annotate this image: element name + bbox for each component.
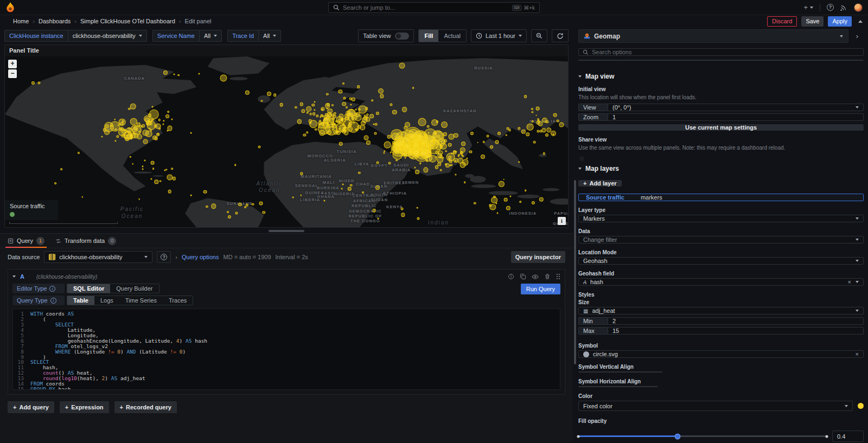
clear-icon[interactable]: × [856, 351, 859, 357]
map-canvas[interactable]: RUSSIACANADAUNITED STATESKAZAKHSTANMONGO… [5, 56, 568, 227]
actual-option[interactable]: Actual [438, 30, 466, 42]
query-type-table[interactable]: Table [67, 296, 94, 305]
map-marker [441, 145, 443, 148]
color-swatch[interactable] [858, 403, 864, 409]
map-marker [525, 190, 527, 192]
variable-value-dropdown[interactable]: All [259, 30, 281, 42]
query-type-time-series[interactable]: Time Series [119, 296, 163, 305]
hide-query-eye-icon[interactable] [532, 273, 539, 280]
section-map-view[interactable]: Map view [578, 73, 864, 80]
run-query-button[interactable]: Run Query [521, 284, 560, 294]
query-type-traces[interactable]: Traces [163, 296, 193, 305]
view-select[interactable]: (0°, 0°) [608, 104, 864, 111]
apply-button[interactable]: Apply [828, 16, 852, 27]
max-input[interactable]: 15 [608, 327, 864, 335]
table-view-switch[interactable] [395, 33, 409, 40]
section-map-layers[interactable]: Map layers [578, 165, 864, 172]
visualization-picker[interactable]: Geomap [578, 29, 848, 43]
clear-icon[interactable]: × [848, 279, 851, 285]
collapse-options-icon[interactable] [858, 20, 863, 23]
user-avatar[interactable] [854, 3, 863, 12]
opacity-slider-handle[interactable] [675, 433, 681, 439]
query-builder-option[interactable]: Query Builder [110, 284, 158, 293]
sql-editor-option[interactable]: SQL Editor [67, 284, 110, 293]
map-attribution-info-button[interactable]: i [558, 217, 566, 225]
tab-query[interactable]: Query 1 [8, 234, 44, 248]
map-marker [309, 113, 312, 115]
query-ref-id[interactable]: A [20, 273, 24, 280]
map-marker [329, 113, 332, 117]
collapse-pane-icon[interactable]: › [851, 29, 864, 43]
map-marker [292, 197, 294, 198]
duplicate-query-icon[interactable] [520, 273, 526, 280]
discard-button[interactable]: Discard [767, 16, 797, 27]
zoom-out-time-button[interactable] [531, 29, 547, 42]
scrollbar-thumb[interactable] [574, 180, 576, 364]
panel-title[interactable]: Panel Title [5, 45, 568, 56]
map-marker [211, 203, 216, 209]
size-field-select[interactable]: ▦ adj_heat [578, 307, 864, 314]
global-search-input[interactable] [343, 4, 509, 11]
map-marker [423, 150, 425, 152]
variable-value-dropdown[interactable]: clickhouse-observability [68, 30, 147, 42]
map-marker [126, 127, 132, 133]
help-icon[interactable]: ? [827, 4, 834, 11]
grafana-logo-icon[interactable] [5, 2, 15, 13]
variable-value-dropdown[interactable]: All [200, 30, 222, 42]
map-zoom-out-button[interactable]: − [8, 69, 17, 78]
map-marker [111, 125, 113, 127]
use-current-map-settings-button[interactable]: Use current map settings [578, 124, 864, 131]
breadcrumb-dashboards[interactable]: Dashboards [39, 18, 71, 24]
menu-hamburger-icon[interactable] [5, 16, 8, 26]
query-options-link[interactable]: Query options [182, 254, 219, 260]
map-marker [132, 132, 135, 135]
add-new-button[interactable]: + [803, 3, 813, 11]
tab-transform-data[interactable]: Transform data 0 [55, 234, 116, 248]
save-button[interactable]: Save [801, 16, 824, 27]
expression-button[interactable]: +Expression [60, 401, 109, 413]
symbol-valign-label: Symbol Vertical Align [578, 364, 864, 370]
zoom-input[interactable]: 1 [608, 113, 864, 121]
collapse-query-icon[interactable] [12, 275, 16, 278]
table-view-toggle[interactable]: Table view [358, 29, 414, 42]
sql-code-editor[interactable]: 1WITH coords AS2 (3 SELECT4 Latitude,5 L… [12, 309, 560, 390]
map-zoom-in-button[interactable]: + [8, 60, 17, 68]
data-select[interactable]: Change filter [578, 236, 864, 243]
map-marker [427, 125, 430, 128]
expand-query-options-icon[interactable]: › [175, 254, 177, 260]
refresh-icon [557, 33, 564, 40]
location-mode-select[interactable]: Geohash [578, 257, 864, 265]
map-marker [309, 120, 318, 129]
query-type-logs[interactable]: Logs [94, 296, 119, 305]
query-row-header: A (clickhouse-observability) [12, 272, 560, 281]
min-input[interactable]: 2 [608, 317, 864, 325]
drag-handle-icon[interactable] [556, 273, 560, 280]
delete-query-trash-icon[interactable] [544, 273, 551, 280]
panel-resize-handle[interactable] [269, 230, 304, 232]
datasource-help-button[interactable]: ? [157, 251, 171, 263]
opacity-slider-track[interactable] [578, 435, 827, 437]
opacity-value-input[interactable]: 0.4 [832, 431, 864, 442]
query-inspector-button[interactable]: Query inspector [511, 251, 565, 263]
time-range-picker[interactable]: Last 1 hour [471, 29, 527, 42]
news-icon[interactable] [840, 4, 847, 11]
color-select[interactable]: Fixed color [578, 401, 853, 411]
datasource-picker[interactable]: clickhouse-observability [44, 251, 152, 263]
breadcrumb-home[interactable]: Home [13, 18, 29, 24]
recorded-query-button[interactable]: +Recorded query [114, 401, 177, 413]
add-query-button[interactable]: +Add query [8, 401, 54, 413]
map-marker [38, 81, 41, 84]
query-help-icon[interactable] [508, 273, 514, 280]
breadcrumb-dashboard-name[interactable]: Simple ClickHouse OTel Dashboard [80, 18, 175, 24]
refresh-button[interactable] [552, 29, 569, 42]
symbol-select[interactable]: circle.svg × [578, 350, 864, 358]
map-marker [395, 159, 398, 162]
fill-option[interactable]: Fill [419, 30, 438, 42]
geohash-field-select[interactable]: A hash × [578, 278, 864, 286]
options-search-input[interactable] [592, 49, 859, 55]
layer-type-select[interactable]: Markers [578, 215, 864, 222]
add-layer-button[interactable]: +Add layer [578, 180, 622, 187]
options-search[interactable] [578, 48, 864, 56]
layer-item-source-traffic[interactable]: Source traffic markers [578, 194, 864, 201]
global-search[interactable]: ⌨ ⌘+k [328, 2, 540, 13]
